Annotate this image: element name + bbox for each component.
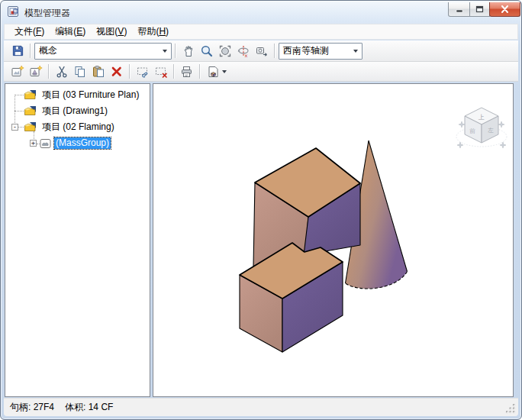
save-icon: [11, 44, 24, 57]
svg-text:x: x: [245, 52, 248, 58]
project-icon: [24, 89, 37, 101]
view-direction-value: 西南等轴测: [279, 44, 350, 57]
menu-edit[interactable]: 编辑(E): [50, 24, 91, 40]
tree-item-label: 项目 (Drawing1): [40, 105, 109, 117]
paste-button[interactable]: [89, 63, 108, 80]
menu-file[interactable]: 文件(F): [9, 24, 50, 40]
chevron-down-icon: [353, 50, 358, 53]
export-dropdown-arrow[interactable]: [222, 70, 227, 73]
maximize-icon: [475, 5, 484, 13]
render-settings-icon: [180, 65, 194, 79]
cut-scissors-icon: [55, 65, 69, 79]
tree-collapse-toggle[interactable]: -: [11, 124, 18, 131]
tree-row-selected[interactable]: (MassGroup): [40, 137, 111, 150]
project-icon: [24, 121, 37, 133]
new-mass-group-button[interactable]: [8, 63, 27, 80]
toolbar-separator: [175, 44, 176, 58]
delete-button[interactable]: [108, 63, 126, 80]
view-direction-dropdown-arrow[interactable]: [350, 44, 362, 59]
menu-bar: 文件(F) 编辑(E) 视图(V) 帮助(H): [4, 24, 518, 40]
view-direction-combo[interactable]: 西南等轴测: [279, 43, 362, 60]
project-icon: [24, 105, 37, 117]
adjust-view-icon: [255, 44, 269, 58]
render-settings-button[interactable]: [178, 63, 196, 80]
viewcube[interactable]: 上 前 左: [456, 108, 507, 148]
new-mass-element-button[interactable]: [27, 63, 45, 80]
visual-style-value: 概念: [35, 44, 159, 57]
tree-row[interactable]: 项目 (02 Flaming): [24, 121, 116, 134]
status-bar: 句柄: 27F4 体积: 14 CF: [4, 398, 518, 416]
new-mass-element-icon: [29, 65, 44, 79]
attach-elements-icon: [136, 65, 150, 79]
viewport-canvas: 上 前 左: [153, 84, 513, 396]
status-volume: 体积: 14 CF: [65, 401, 113, 414]
minimize-icon: [456, 6, 463, 13]
orbit-icon: x: [237, 44, 250, 58]
viewcube-top-label: 上: [478, 114, 485, 121]
tree-row[interactable]: 项目 (03 Furniture Plan): [24, 89, 140, 102]
toolbar-separator: [173, 64, 175, 79]
tree-row[interactable]: 项目 (Drawing1): [24, 105, 109, 118]
mass-group-icon: [40, 138, 52, 149]
tree-item-label: 项目 (02 Flaming): [40, 121, 116, 133]
project-tree-panel[interactable]: 项目 (03 Furniture Plan) 项目 (Drawing1) - 项…: [5, 83, 150, 397]
detach-elements-button[interactable]: [152, 63, 170, 80]
toolbar-separator: [199, 64, 201, 79]
zoom-magnifier-icon: [200, 44, 214, 58]
adjust-view-button[interactable]: [253, 43, 271, 60]
menu-view[interactable]: 视图(V): [91, 24, 132, 40]
toolbar-separator: [30, 44, 31, 58]
tree-expand-toggle[interactable]: +: [30, 140, 37, 147]
attach-elements-button[interactable]: [134, 63, 152, 80]
chevron-down-icon: [163, 50, 167, 53]
cut-button[interactable]: [53, 63, 71, 80]
app-icon: [8, 6, 20, 18]
delete-icon: [110, 65, 124, 79]
title-bar[interactable]: 模型管理器: [1, 1, 521, 23]
tree-connector: [14, 95, 24, 95]
primary-toolbar: 概念 x: [4, 40, 518, 62]
pan-button[interactable]: [179, 43, 198, 60]
zoom-extents-button[interactable]: [216, 43, 234, 60]
export-model-icon: [207, 65, 220, 79]
status-handle: 句柄: 27F4: [10, 401, 54, 414]
tree-item-label-selected: (MassGroup): [54, 137, 111, 149]
menu-help[interactable]: 帮助(H): [132, 24, 174, 40]
detach-elements-icon: [154, 65, 169, 79]
export-model-button[interactable]: [204, 63, 230, 80]
copy-button[interactable]: [71, 63, 89, 80]
visual-style-combo[interactable]: 概念: [34, 43, 172, 60]
copy-icon: [73, 65, 87, 79]
pan-hand-icon: [182, 44, 195, 58]
visual-style-dropdown-arrow[interactable]: [159, 44, 171, 59]
close-icon: [501, 5, 509, 13]
toolbar-separator: [274, 44, 276, 58]
secondary-toolbar: [4, 62, 518, 82]
zoom-button[interactable]: [198, 43, 216, 60]
new-mass-group-icon: [11, 65, 25, 79]
tree-item-label: 项目 (03 Furniture Plan): [40, 89, 140, 101]
zoom-extents-icon: [218, 44, 232, 58]
toolbar-separator: [48, 64, 50, 79]
viewcube-right-label: 左: [488, 127, 494, 134]
toolbar-separator: [129, 64, 130, 79]
mass-element-tall-box[interactable]: [253, 148, 360, 267]
tree-connector: [18, 127, 24, 128]
model-viewport[interactable]: 上 前 左: [153, 83, 514, 397]
paste-icon: [92, 65, 105, 79]
minimize-button[interactable]: [448, 2, 470, 17]
maximize-button[interactable]: [469, 2, 490, 17]
constrained-orbit-button[interactable]: x: [234, 43, 253, 60]
viewcube-left-label: 前: [469, 128, 475, 134]
close-button[interactable]: [489, 2, 520, 17]
window: 模型管理器 文件(F) 编辑(E) 视图(V) 帮助(H) 概念: [0, 0, 522, 420]
resize-grip-icon[interactable]: [505, 403, 516, 414]
window-title: 模型管理器: [24, 7, 70, 20]
save-button[interactable]: [8, 43, 27, 60]
tree-connector: [14, 111, 24, 111]
